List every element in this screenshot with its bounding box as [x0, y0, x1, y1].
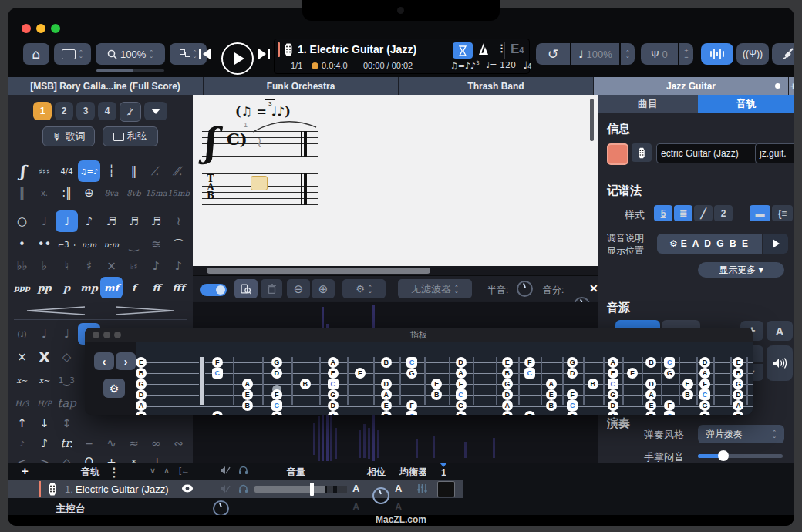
notation-symbol-button[interactable]: × [100, 255, 123, 277]
fretboard-note-g[interactable]: G [699, 400, 710, 411]
notation-symbol-button[interactable]: ‒ [78, 433, 100, 454]
notation-symbol-button[interactable]: ff [145, 277, 167, 298]
notation-symbol-button[interactable] [167, 412, 190, 434]
fretboard-note-a[interactable]: A [456, 368, 467, 379]
fretboard-note-a[interactable]: A [699, 368, 710, 379]
score-tab-3[interactable]: Thrash Band [399, 77, 594, 95]
fretboard-note-b[interactable]: B [733, 368, 743, 379]
fretboard-note-c[interactable]: C [271, 400, 282, 411]
solo-button[interactable] [238, 483, 248, 493]
fretboard-note-a[interactable]: A [502, 400, 513, 411]
notation-symbol-button[interactable]: ♭♯ [123, 255, 145, 277]
home-button[interactable]: ⌂ [23, 43, 49, 65]
inspect-effect-button[interactable] [234, 279, 258, 298]
zoom-in-button[interactable]: ⊕ [312, 279, 335, 298]
master-pan-automation[interactable]: A [395, 501, 402, 513]
fretboard-note-b[interactable]: B [242, 400, 253, 411]
notation-symbol-button[interactable]: x~ [33, 369, 56, 391]
zoom-out-button[interactable]: ⊖ [287, 279, 310, 298]
fretboard-note-g[interactable]: G [567, 357, 578, 368]
pan-automation-button[interactable]: A [395, 483, 402, 494]
fretboard-note-a[interactable]: A [242, 379, 253, 389]
fretboard-note-c[interactable]: C [212, 368, 223, 379]
notation-symbol-button[interactable] [145, 412, 167, 434]
tuning-field[interactable]: ⚙E A D G B E [657, 234, 762, 254]
fretboard-note-d[interactable]: D [381, 379, 392, 389]
fretboard-note-d[interactable]: D [271, 368, 282, 379]
fretboard-note-e[interactable]: E [608, 368, 618, 379]
notation-symbol-button[interactable]: ♩ [33, 210, 56, 232]
volume-automation-button[interactable]: A [352, 483, 359, 494]
fretboard[interactable]: EFGABCDEFGABCDEBCDEFGABCDEFGABGABCDEFGAB… [136, 342, 753, 415]
notation-symbol-button[interactable]: tr. [56, 433, 78, 454]
voice-3-button[interactable]: 3 [76, 102, 95, 120]
tab-track[interactable]: 音轨 [698, 95, 794, 113]
track-shortname-input[interactable]: jz.guit. [755, 143, 794, 163]
fretboard-note-b[interactable]: B [381, 411, 392, 415]
notation-symbol-button[interactable]: mf [100, 277, 123, 298]
notation-symbol-button[interactable]: ♬ [145, 210, 167, 232]
fretboard-note-a[interactable]: A [608, 357, 618, 368]
fretboard-note-e[interactable]: E [546, 389, 557, 400]
notation-symbol-button[interactable]: ‖ [11, 182, 33, 204]
fretboard-note-e[interactable]: E [502, 411, 513, 415]
notation-symbol-button[interactable]: •• [33, 234, 56, 255]
notation-symbol-button[interactable]: ⊕ [78, 182, 100, 204]
tempo-indicator[interactable]: ♩= 120 [486, 60, 516, 70]
add-track-button[interactable]: + [22, 464, 29, 477]
fretboard-note-g[interactable]: G [406, 368, 417, 379]
fretboard-note-g[interactable]: G [502, 379, 513, 389]
master-gain-knob[interactable] [213, 500, 229, 517]
next-bar-button[interactable] [258, 48, 270, 60]
fretboard-prev-button[interactable]: ‹ [94, 352, 114, 370]
notation-symbol-button[interactable]: ≈ [123, 433, 145, 454]
notation-symbol-button[interactable]: ♪ [78, 210, 100, 232]
lyrics-button[interactable]: 🎙歌词 [42, 126, 95, 146]
visibility-eye-icon[interactable] [181, 484, 194, 493]
fretboard-note-g[interactable]: G [328, 389, 339, 400]
fretboard-note-f[interactable]: F [627, 368, 638, 379]
close-effects-button[interactable]: ✕ [589, 282, 598, 295]
fretboard-note-b[interactable]: B [136, 368, 147, 379]
fretboard-note-c[interactable]: C [664, 357, 675, 368]
multivoice-button[interactable]: ♪̷ [120, 102, 141, 122]
fretboard-note-c[interactable]: C [524, 368, 535, 379]
score-paper[interactable]: (♫ = ♩♪) 3 ʃ C) 1 ≀ TAB [193, 95, 598, 266]
fretboard-note-g[interactable]: G [271, 357, 282, 368]
fretboard-note-e[interactable]: E [242, 389, 253, 400]
fretboard-note-f[interactable]: F [567, 389, 578, 400]
transpose-control[interactable]: Ψ 0 [641, 43, 678, 65]
equalizer-button[interactable] [416, 483, 428, 494]
notation-symbol-button[interactable] [78, 412, 100, 434]
notation-symbol-button[interactable]: ♪ [33, 433, 56, 454]
decresc-hairpin-button[interactable] [100, 300, 190, 322]
notation-symbol-button[interactable]: f [123, 277, 145, 298]
score-tab-4[interactable]: Jazz Guitar [594, 77, 789, 95]
fretboard-titlebar[interactable]: 指板 [85, 328, 753, 342]
fretboard-note-d[interactable]: D [502, 389, 513, 400]
notation-symbol-button[interactable]: ∿ [100, 433, 123, 454]
loop-button[interactable]: ↺ [536, 43, 570, 65]
grand-staff-button[interactable]: {≡ [772, 205, 793, 221]
fretboard-note-d[interactable]: D [645, 379, 656, 389]
fretboard-note-d[interactable]: D [699, 411, 710, 415]
notation-symbol-button[interactable]: ʃ [11, 160, 33, 182]
audio-mode-button[interactable] [701, 43, 733, 65]
fretboard-note-e[interactable]: E [733, 411, 743, 415]
instrument-button[interactable] [632, 143, 652, 162]
fretboard-note-a[interactable]: A [136, 400, 147, 411]
play-style-dropdown[interactable]: 弹片拨奏⌃⌄ [698, 425, 784, 443]
notation-symbol-button[interactable]: tap [56, 392, 78, 414]
notation-symbol-button[interactable]: ppp [11, 277, 33, 298]
score-tab-2[interactable]: Funk Orchestra [204, 77, 399, 95]
cresc-hairpin-button[interactable] [11, 300, 100, 322]
fretboard-note-b[interactable]: B [645, 357, 656, 368]
notation-symbol-button[interactable]: ‖ [123, 160, 145, 182]
fretboard-settings-button[interactable]: ⚙ [103, 379, 125, 398]
notation-symbol-button[interactable]: ♮ [56, 255, 78, 277]
fretboard-note-c[interactable]: C [664, 411, 675, 415]
fretboard-note-f[interactable]: F [699, 379, 710, 389]
chevron-down-icon[interactable]: ∨ [150, 466, 156, 476]
notation-symbol-button[interactable]: ♬ [100, 210, 123, 232]
notation-symbol-button[interactable]: ∾ [167, 433, 190, 454]
